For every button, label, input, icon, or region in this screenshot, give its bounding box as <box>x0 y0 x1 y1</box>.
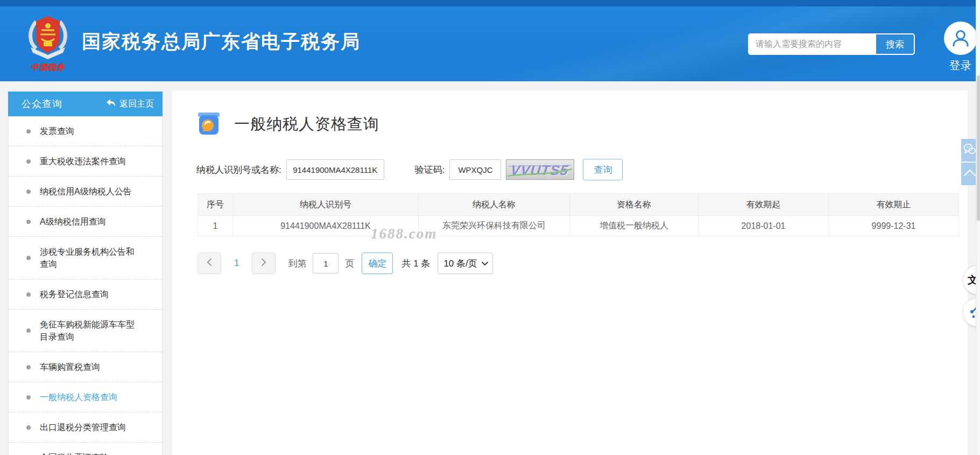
wechat-share-button[interactable] <box>961 139 976 162</box>
sidebar-header: 公众查询 返回主页 <box>8 92 163 116</box>
chevron-up-icon <box>963 168 976 180</box>
result-table: 序号 纳税人识别号 纳税人名称 资格名称 有效期起 有效期止 1 9144190… <box>198 193 959 236</box>
scrollbar-thumb[interactable] <box>977 75 980 221</box>
chevron-down-icon <box>482 258 488 269</box>
page-size-select[interactable]: 10 条/页 <box>438 253 492 274</box>
cell-taxpayer-name: 东莞荣兴环保科技有限公司 <box>419 216 570 236</box>
next-page-button[interactable] <box>252 253 276 274</box>
bullet-icon <box>26 220 31 224</box>
taxpayer-id-label: 纳税人识别号或名称: <box>196 164 281 176</box>
back-home-label: 返回主页 <box>119 99 154 110</box>
col-taxpayer-id: 纳税人识别号 <box>233 194 419 216</box>
site-title: 国家税务总局广东省电子税务局 <box>82 29 361 54</box>
vertical-scrollbar[interactable] <box>976 0 980 455</box>
result-table-wrap: 序号 纳税人识别号 纳税人名称 资格名称 有效期起 有效期止 1 9144190… <box>198 193 958 236</box>
goto-page-prefix: 到第 <box>288 257 306 270</box>
bullet-icon <box>26 256 31 260</box>
main-content: 一般纳税人资格查询 纳税人识别号或名称: 验证码: VVUTS5 查询 序号 纳… <box>172 90 968 455</box>
sidebar-item-tax-registration-info[interactable]: 税务登记信息查询 <box>9 279 162 309</box>
total-records-text: 共 1 条 <box>401 257 430 270</box>
bullet-icon <box>26 159 31 164</box>
sidebar-item-vehicle-purchase-tax[interactable]: 车辆购置税查询 <box>9 352 162 382</box>
prev-page-button[interactable] <box>198 253 221 274</box>
captcha-label: 验证码: <box>415 164 445 176</box>
chevron-right-icon <box>261 258 266 269</box>
header-search: 搜索 <box>748 33 915 55</box>
cell-valid-from: 2018-01-01 <box>699 216 829 236</box>
top-strip <box>0 0 980 6</box>
confirm-page-button[interactable]: 确定 <box>362 253 393 274</box>
sidebar-title: 公众查询 <box>22 97 62 110</box>
bullet-icon <box>26 365 31 369</box>
pagination: 1 到第 页 确定 共 1 条 10 条/页 <box>198 253 968 274</box>
sidebar-item-fapiao-query[interactable]: 发票查询 <box>9 116 162 146</box>
captcha-input[interactable] <box>449 159 501 180</box>
cell-qualification: 增值税一般纳税人 <box>570 216 699 236</box>
table-row: 1 91441900MA4X28111K 东莞荣兴环保科技有限公司 增值税一般纳… <box>198 216 959 236</box>
page-number[interactable]: 1 <box>234 258 239 269</box>
sidebar-item-major-tax-violation[interactable]: 重大税收违法案件查询 <box>9 146 162 176</box>
search-button[interactable]: 搜索 <box>875 34 914 54</box>
col-taxpayer-name: 纳税人名称 <box>419 194 570 216</box>
sidebar-item-new-energy-vehicle[interactable]: 免征车购税新能源车车型目录查询 <box>9 309 162 352</box>
wechat-icon <box>963 143 976 157</box>
col-valid-to: 有效期止 <box>829 194 959 216</box>
query-button[interactable]: 查询 <box>583 159 623 180</box>
tax-bureau-logo: 中国税务 <box>18 14 77 73</box>
sidebar-item-general-taxpayer-query[interactable]: 一般纳税人资格查询 <box>9 382 162 412</box>
page-size-value: 10 条/页 <box>443 257 477 270</box>
goto-page-input[interactable] <box>313 253 339 274</box>
sidebar-item-national-tax-receipt-check[interactable]: 全国税收票证查验 <box>9 442 162 455</box>
national-tax-emblem-icon <box>25 54 70 63</box>
col-qualification: 资格名称 <box>570 194 699 216</box>
site-header: 中国税务 国家税务总局广东省电子税务局 搜索 登录 <box>0 6 980 81</box>
public-query-sidebar: 公众查询 返回主页 发票查询 重大税收违法案件查询 纳税信用A级纳税人公告 A级… <box>8 92 163 455</box>
back-arrow-icon <box>106 99 116 109</box>
bullet-icon <box>26 425 31 430</box>
bullet-icon <box>26 129 31 134</box>
sidebar-item-tax-service-agency[interactable]: 涉税专业服务机构公告和查询 <box>9 236 162 279</box>
logo-caption: 中国税务 <box>18 62 77 73</box>
bullet-icon <box>26 328 31 333</box>
chevron-left-icon <box>207 258 212 269</box>
scroll-top-button[interactable] <box>961 163 976 185</box>
cell-serial: 1 <box>198 216 233 236</box>
bullet-icon <box>26 395 31 400</box>
sidebar-item-a-level-announcement[interactable]: 纳税信用A级纳税人公告 <box>9 176 162 206</box>
taxpayer-id-input[interactable] <box>286 159 384 180</box>
sidebar-item-export-rebate-query[interactable]: 出口退税分类管理查询 <box>9 412 162 442</box>
page-title: 一般纳税人资格查询 <box>234 114 379 135</box>
sidebar-menu: 发票查询 重大税收违法案件查询 纳税信用A级纳税人公告 A级纳税信用查询 涉税专… <box>8 116 163 455</box>
user-avatar-icon[interactable] <box>944 22 977 55</box>
col-serial: 序号 <box>198 194 233 216</box>
back-to-home-link[interactable]: 返回主页 <box>106 99 154 110</box>
cell-taxpayer-id: 91441900MA4X28111K <box>233 216 419 236</box>
page-head: 一般纳税人资格查询 <box>196 110 968 139</box>
captcha-image[interactable]: VVUTS5 <box>506 159 574 180</box>
bullet-icon <box>26 190 31 194</box>
sidebar-item-a-level-credit-query[interactable]: A级纳税信用查询 <box>9 206 162 236</box>
cell-valid-to: 9999-12-31 <box>829 216 959 236</box>
table-header-row: 序号 纳税人识别号 纳税人名称 资格名称 有效期起 有效期止 <box>198 194 959 216</box>
login-label[interactable]: 登录 <box>943 58 978 73</box>
bullet-icon <box>26 292 31 297</box>
col-valid-from: 有效期起 <box>699 194 829 216</box>
login-widget[interactable]: 登录 <box>943 22 978 73</box>
query-form: 纳税人识别号或名称: 验证码: VVUTS5 查询 <box>196 159 968 180</box>
query-page-icon <box>196 110 221 139</box>
search-input[interactable] <box>749 34 875 54</box>
goto-page-suffix: 页 <box>345 257 354 270</box>
